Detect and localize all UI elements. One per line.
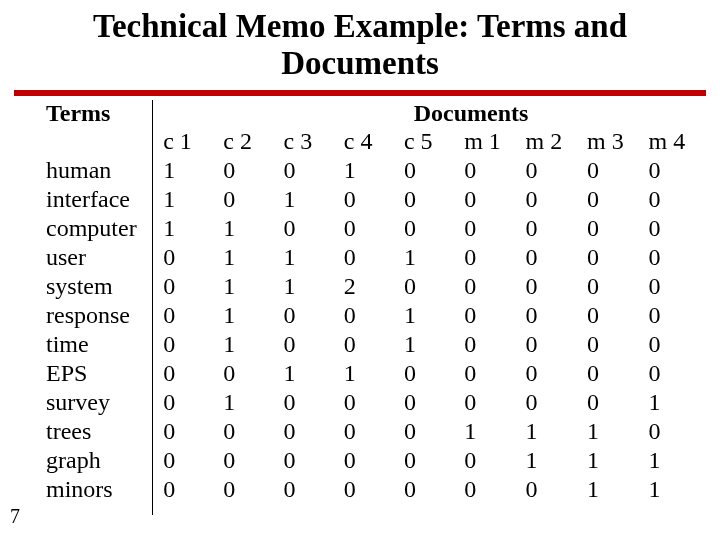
- value-cell: 0: [334, 417, 394, 446]
- value-cell: 0: [577, 185, 638, 214]
- value-cell: 0: [334, 185, 394, 214]
- value-cell: 0: [516, 388, 577, 417]
- value-cell: 0: [454, 156, 515, 185]
- value-cell: 0: [394, 359, 454, 388]
- value-cell: 1: [516, 417, 577, 446]
- value-cell: 0: [394, 446, 454, 475]
- value-cell: 0: [213, 185, 273, 214]
- term-cell: computer: [38, 214, 153, 243]
- value-cell: 0: [577, 301, 638, 330]
- blank-cell: [38, 127, 153, 156]
- value-cell: 0: [334, 214, 394, 243]
- value-cell: 0: [454, 475, 515, 504]
- value-cell: 0: [153, 243, 213, 272]
- value-cell: 0: [577, 330, 638, 359]
- term-cell: response: [38, 301, 153, 330]
- value-cell: 1: [213, 388, 273, 417]
- value-cell: 0: [153, 359, 213, 388]
- value-cell: 0: [638, 156, 700, 185]
- column-header: c 5: [394, 127, 454, 156]
- value-cell: 0: [394, 475, 454, 504]
- value-cell: 0: [516, 272, 577, 301]
- term-cell: system: [38, 272, 153, 301]
- header-terms: Terms: [46, 100, 152, 127]
- value-cell: 1: [638, 446, 700, 475]
- value-cell: 0: [454, 388, 515, 417]
- value-cell: 0: [153, 475, 213, 504]
- term-cell: survey: [38, 388, 153, 417]
- value-cell: 0: [394, 156, 454, 185]
- value-cell: 0: [213, 417, 273, 446]
- value-cell: 0: [274, 330, 334, 359]
- value-cell: 0: [454, 446, 515, 475]
- column-header: m 2: [516, 127, 577, 156]
- value-cell: 0: [516, 185, 577, 214]
- value-cell: 1: [394, 330, 454, 359]
- value-cell: 0: [454, 359, 515, 388]
- column-header: c 3: [274, 127, 334, 156]
- value-cell: 0: [577, 359, 638, 388]
- value-cell: 0: [274, 475, 334, 504]
- table-row: computer110000000: [38, 214, 700, 243]
- value-cell: 0: [638, 301, 700, 330]
- value-cell: 0: [334, 301, 394, 330]
- value-cell: 0: [454, 214, 515, 243]
- value-cell: 0: [394, 388, 454, 417]
- slide-title: Technical Memo Example: Terms and Docume…: [0, 0, 720, 90]
- table-row: human100100000: [38, 156, 700, 185]
- value-cell: 0: [153, 417, 213, 446]
- value-cell: 0: [394, 272, 454, 301]
- column-header: c 4: [334, 127, 394, 156]
- value-cell: 1: [213, 330, 273, 359]
- value-cell: 0: [334, 330, 394, 359]
- term-cell: EPS: [38, 359, 153, 388]
- value-cell: 1: [516, 446, 577, 475]
- table-row: response010010000: [38, 301, 700, 330]
- term-cell: time: [38, 330, 153, 359]
- value-cell: 1: [274, 185, 334, 214]
- value-cell: 0: [577, 243, 638, 272]
- term-cell: trees: [38, 417, 153, 446]
- value-cell: 1: [638, 388, 700, 417]
- value-cell: 0: [274, 388, 334, 417]
- value-cell: 0: [454, 301, 515, 330]
- column-header: m 1: [454, 127, 515, 156]
- red-underline: [14, 90, 706, 96]
- value-cell: 0: [577, 388, 638, 417]
- value-cell: 2: [334, 272, 394, 301]
- value-cell: 1: [153, 185, 213, 214]
- value-cell: 0: [274, 301, 334, 330]
- value-cell: 0: [334, 446, 394, 475]
- term-cell: minors: [38, 475, 153, 504]
- value-cell: 0: [274, 214, 334, 243]
- column-header-row: c 1c 2c 3c 4c 5m 1m 2m 3m 4: [38, 127, 700, 156]
- value-cell: 0: [577, 272, 638, 301]
- header-documents: Documents: [152, 100, 700, 127]
- value-cell: 0: [638, 330, 700, 359]
- value-cell: 1: [577, 446, 638, 475]
- value-cell: 0: [516, 330, 577, 359]
- value-cell: 1: [334, 156, 394, 185]
- value-cell: 1: [153, 214, 213, 243]
- value-cell: 0: [274, 156, 334, 185]
- value-cell: 0: [638, 185, 700, 214]
- value-cell: 0: [153, 301, 213, 330]
- value-cell: 1: [394, 301, 454, 330]
- value-cell: 0: [454, 243, 515, 272]
- value-cell: 1: [577, 475, 638, 504]
- value-cell: 1: [213, 214, 273, 243]
- value-cell: 0: [213, 156, 273, 185]
- term-doc-table: Terms Documents c 1c 2c 3c 4c 5m 1m 2m 3…: [38, 100, 700, 504]
- value-cell: 0: [153, 446, 213, 475]
- value-cell: 1: [274, 272, 334, 301]
- title-line-2: Documents: [281, 45, 439, 81]
- value-cell: 0: [213, 446, 273, 475]
- value-cell: 0: [638, 272, 700, 301]
- value-cell: 0: [394, 185, 454, 214]
- matrix-table: c 1c 2c 3c 4c 5m 1m 2m 3m 4human10010000…: [38, 127, 700, 504]
- column-header: c 2: [213, 127, 273, 156]
- value-cell: 1: [394, 243, 454, 272]
- value-cell: 0: [213, 359, 273, 388]
- table-row: survey010000001: [38, 388, 700, 417]
- term-cell: user: [38, 243, 153, 272]
